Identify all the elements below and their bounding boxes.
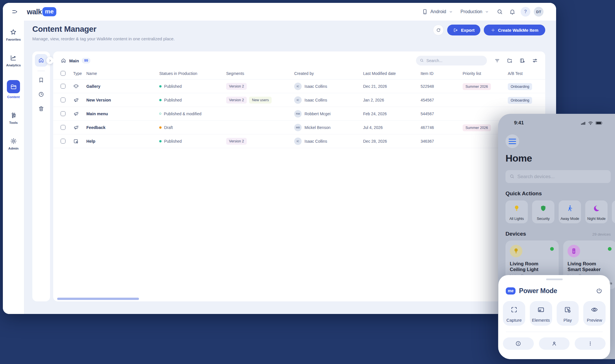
power-icon[interactable] [596,287,603,295]
column-priority-list: Priority list [463,71,508,76]
quick-action-night-mode[interactable]: Night Mode [585,200,608,223]
item-id: 522948 [421,84,463,89]
phone-menu-button[interactable] [505,134,519,148]
created-by-name: Robbert Mcgei [304,112,331,116]
table-row[interactable]: Main menu Published & modified RMRobbert… [53,107,545,121]
sheet-divider [506,332,603,332]
row-checkbox[interactable] [61,84,65,89]
sidebar-item-admin[interactable]: Admin [8,138,19,150]
row-checkbox[interactable] [61,98,65,102]
battery-icon [595,120,603,126]
new-folder-icon[interactable] [507,58,513,63]
trash-icon[interactable] [38,106,44,112]
chevron-down-icon [449,9,453,14]
table-row[interactable]: Feedback Draft MBMickel Benson Jul 4, 20… [53,121,545,134]
status-dot-published [159,140,162,142]
root-folder-button[interactable] [35,54,47,67]
select-all-checkbox[interactable] [61,71,65,76]
play-icon [564,306,571,313]
online-status-dot [608,247,612,251]
sidebar-item-content[interactable]: Content [7,80,20,99]
eye-icon [591,306,598,313]
sidebar-label: Admin [8,147,19,150]
modified-date: Jul 4, 2026 [363,125,421,130]
megaphone-type-icon [73,111,86,117]
kebab-menu-icon [587,341,593,347]
platform-selector[interactable]: Android [422,9,453,15]
content-table-card: Main 99 [53,51,545,301]
capture-icon [510,306,518,313]
column-name: Name [86,71,159,76]
table-row[interactable]: New Version Published Version 2 New user… [53,93,545,107]
elements-button[interactable]: Elements [530,301,552,326]
status-label: Published & modified [164,112,202,116]
segment-badge: New users [249,97,272,104]
sidebar-item-favorites[interactable]: Favorites [6,29,21,41]
drag-handle[interactable] [546,279,563,280]
user-avatar[interactable]: DT [534,7,544,17]
user-button[interactable] [539,337,570,350]
table-row[interactable]: Gallery Published Version 2 ICIsaac Coll… [53,79,545,93]
status-time: 9:41 [514,120,524,126]
phone-status-bar: 9:41 [498,114,615,126]
info-button[interactable] [503,337,534,350]
item-name[interactable]: New Version [86,98,159,102]
sidebar-item-analytics[interactable]: Analytics [6,54,21,67]
history-clock-icon[interactable] [38,91,44,98]
refresh-button[interactable] [433,25,444,35]
help-button[interactable]: ? [521,7,530,17]
power-mode-sheet: me Power Mode Capture Elements Play Prev… [498,275,610,359]
preview-button[interactable]: Preview [583,301,606,326]
table-row[interactable]: Help Published Version 2 ICIsaac Collins… [53,134,545,148]
capture-button[interactable]: Capture [503,301,525,326]
ab-test-badge: Onboarding [508,97,532,104]
table-search-input[interactable] [426,58,483,63]
search-icon [420,58,424,63]
item-id: 454567 [421,98,463,102]
horizontal-scrollbar[interactable] [57,298,139,300]
notifications-bell-icon[interactable] [509,9,516,15]
sidebar-item-tools[interactable]: Tools [9,112,18,124]
quick-action-all-lights[interactable]: All Lights [505,200,528,223]
item-name[interactable]: Main menu [86,112,159,116]
export-button[interactable]: Export [447,25,480,35]
gear-icon [10,138,17,145]
environment-selector[interactable]: Production [461,9,489,14]
column-type: Type [73,71,86,76]
item-name[interactable]: Feedback [86,125,159,130]
quick-action-clipped[interactable]: M [612,200,615,223]
filter-icon[interactable] [494,58,500,63]
settings-sliders-icon[interactable] [532,58,538,63]
bulb-icon [510,245,522,257]
create-walkme-item-button[interactable]: Create WalkMe Item [484,25,545,35]
expand-rail-button[interactable] [46,57,53,64]
item-name[interactable]: Help [86,139,159,144]
play-button[interactable]: Play [557,301,579,326]
device-search-input[interactable] [517,174,607,180]
breadcrumb[interactable]: Main 99 [61,58,90,63]
phone-page-title: Home [505,153,615,164]
status-label: Published [164,139,182,144]
column-ab-test: A/B Test [508,71,545,76]
collapse-menu-icon[interactable] [11,8,18,15]
table-search[interactable] [416,56,487,65]
device-search[interactable] [505,170,611,183]
row-checkbox[interactable] [61,139,65,144]
walkme-logo: walk me [27,7,56,16]
status-label: Published [164,98,182,102]
more-options-button[interactable] [575,337,606,350]
item-name[interactable]: Gallery [86,84,159,89]
add-column-icon[interactable] [520,58,525,63]
column-status: Statues in Production [159,71,226,76]
avatar: IC [294,138,302,145]
search-icon[interactable] [497,9,503,15]
bookmark-icon[interactable] [38,77,44,83]
row-checkbox[interactable] [61,111,65,116]
app-window: walk me Android Production ? DT [3,3,556,314]
quick-action-away-mode[interactable]: Away Mode [559,200,581,223]
quick-action-security[interactable]: Security [532,200,554,223]
main-content: Content Manager Manage, view, reorder & … [24,21,556,314]
folder-rail [32,51,50,301]
home-icon [61,58,66,63]
row-checkbox[interactable] [61,125,65,130]
